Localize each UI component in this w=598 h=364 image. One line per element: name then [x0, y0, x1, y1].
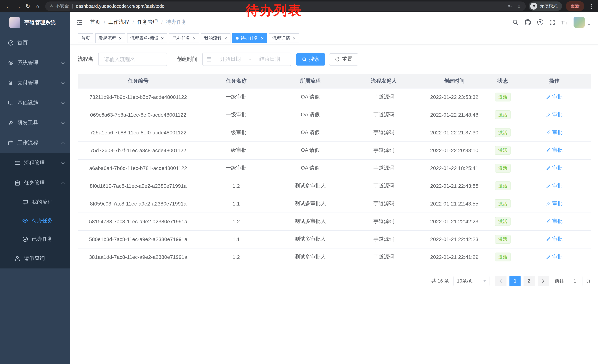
approve-button[interactable]: 审批 — [546, 165, 563, 171]
security-warning-icon: ⚠ — [50, 4, 53, 8]
close-icon[interactable]: × — [293, 36, 295, 40]
fullscreen-icon[interactable] — [549, 19, 555, 25]
sidebar-item-leave-query[interactable]: 请假查询 — [0, 249, 70, 268]
cell-task-name: 1.2 — [199, 248, 274, 266]
search-button[interactable]: 搜索 — [296, 53, 325, 65]
approve-button[interactable]: 审批 — [546, 254, 563, 260]
sidebar-item-devtools[interactable]: 研发工具 — [0, 113, 70, 133]
tab-label: 流程详情 — [272, 35, 290, 41]
column-header-starter: 流程发起人 — [347, 74, 421, 88]
browser-menu-icon[interactable] — [588, 2, 594, 10]
cell-create-time: 2022-01-22 23:53:32 — [421, 88, 488, 106]
tab-label: 首页 — [81, 35, 90, 41]
cell-task-name: 1.1 — [199, 230, 274, 248]
sidebar-item-infrastructure[interactable]: 基础设施 — [0, 93, 70, 113]
hamburger-icon[interactable] — [76, 19, 83, 26]
prev-page-button[interactable] — [495, 276, 507, 286]
page-button-2[interactable]: 2 — [523, 276, 535, 286]
reset-button[interactable]: 重置 — [329, 53, 358, 65]
close-icon[interactable]: × — [224, 36, 227, 40]
browser-forward-icon[interactable]: → — [13, 1, 23, 11]
close-icon[interactable]: × — [119, 36, 122, 40]
cell-task-id: 75d72608-7b7f-11ec-a3c8-acde48001122 — [78, 141, 199, 159]
tab-done-tasks[interactable]: 已办任务 × — [169, 33, 199, 43]
approve-button[interactable]: 审批 — [546, 236, 563, 243]
omnibox-divider — [72, 4, 73, 8]
approve-button[interactable]: 审批 — [546, 94, 563, 100]
tab-label: 流程表单-编辑 — [130, 35, 158, 41]
end-date-input[interactable]: 结束日期 — [252, 56, 287, 63]
breadcrumb-home[interactable]: 首页 — [90, 19, 100, 25]
cell-task-id: 381aa1dd-7ac8-11ec-a9e2-a2380e71991a — [78, 248, 199, 266]
cell-process: OA 请假 — [274, 106, 347, 124]
tab-home[interactable]: 首页 — [78, 33, 93, 43]
browser-home-icon[interactable]: ⌂ — [33, 1, 42, 11]
github-icon[interactable] — [524, 19, 531, 25]
close-icon[interactable]: × — [261, 36, 264, 40]
sidebar-item-done-tasks[interactable]: 已办任务 — [0, 230, 70, 249]
sidebar-item-todo-tasks[interactable]: 待办任务 — [0, 211, 70, 230]
approve-button[interactable]: 审批 — [546, 218, 563, 225]
user-avatar[interactable] — [573, 17, 590, 28]
bookmark-star-icon[interactable]: ☆ — [517, 1, 521, 11]
eye-icon — [22, 218, 28, 224]
logo-avatar — [9, 17, 20, 28]
sidebar-item-my-process[interactable]: 我的流程 — [0, 193, 70, 211]
browser-reload-icon[interactable]: ↻ — [23, 1, 33, 11]
breadcrumb-task-management[interactable]: 任务管理 — [137, 19, 158, 25]
breadcrumb-current: 待办任务 — [166, 19, 187, 25]
approve-button[interactable]: 审批 — [546, 129, 563, 136]
sidebar-item-system[interactable]: 系统管理 — [0, 53, 70, 73]
approve-button[interactable]: 审批 — [546, 200, 563, 207]
tab-process-detail[interactable]: 流程详情 × — [269, 33, 299, 43]
sidebar-item-home[interactable]: 首页 — [0, 33, 70, 53]
tab-process-form-edit[interactable]: 流程表单-编辑 × — [127, 33, 167, 43]
cell-process: 测试多审批人 — [274, 177, 347, 195]
tab-initiate-process[interactable]: 发起流程 × — [95, 33, 125, 43]
browser-update-button[interactable]: 更新 — [566, 1, 584, 11]
cell-task-name: 1.2 — [199, 212, 274, 230]
search-icon[interactable] — [512, 19, 518, 25]
font-size-icon[interactable]: TT — [561, 19, 567, 25]
sidebar-item-payment[interactable]: ¥ 支付管理 — [0, 73, 70, 93]
tab-todo-tasks[interactable]: 待办任务 × — [233, 33, 267, 43]
active-tab-dot — [236, 37, 239, 40]
cell-process: OA 请假 — [274, 159, 347, 177]
password-key-icon[interactable] — [507, 3, 513, 9]
status-badge: 激活 — [495, 128, 511, 137]
sidebar-item-task-management[interactable]: 任务管理 — [0, 173, 70, 193]
chevron-down-icon — [61, 61, 65, 64]
breadcrumb-workflow[interactable]: 工作流程 — [108, 19, 129, 25]
goto-page-input[interactable] — [568, 276, 582, 286]
date-range-picker[interactable]: 开始日期 - 结束日期 — [202, 53, 291, 66]
process-name-input[interactable] — [98, 53, 167, 66]
clipboard-icon — [15, 180, 20, 186]
pagination-total: 共 16 条 — [432, 277, 449, 284]
approve-button[interactable]: 审批 — [546, 112, 563, 118]
cell-create-time: 2022-01-21 22:41:29 — [421, 248, 488, 266]
tab-my-process[interactable]: 我的流程 × — [201, 33, 231, 43]
cell-task-name: 一级审批 — [199, 159, 274, 177]
filter-form: 流程名 创建时间 开始日期 - 结束日期 搜索 — [78, 53, 590, 66]
pagination: 共 16 条 10条/页 1 2 前往 页 — [78, 276, 590, 286]
close-icon[interactable]: × — [193, 36, 195, 40]
table-row: a6aba0a4-7b6d-11ec-b781-acde48001122 一级审… — [78, 159, 590, 177]
sidebar-item-process-management[interactable]: 流程管理 — [0, 153, 70, 173]
close-icon[interactable]: × — [161, 36, 164, 40]
column-header-create-time: 创建时间 — [421, 74, 488, 88]
start-date-input[interactable]: 开始日期 — [213, 56, 248, 63]
help-icon[interactable]: ? — [537, 19, 543, 25]
approve-button[interactable]: 审批 — [546, 147, 563, 154]
approve-button[interactable]: 审批 — [546, 183, 563, 189]
chevron-down-icon — [61, 121, 65, 124]
cell-task-id: 8f0d1619-7ac8-11ec-a9e2-a2380e71991a — [78, 177, 199, 195]
next-page-button[interactable] — [538, 276, 549, 286]
browser-back-icon[interactable]: ← — [4, 1, 13, 11]
sidebar-item-label: 系统管理 — [17, 60, 38, 66]
page-size-select[interactable]: 10条/页 — [454, 276, 490, 286]
sidebar-item-workflow[interactable]: 工作流程 — [0, 133, 70, 153]
page-button-1[interactable]: 1 — [509, 276, 521, 286]
column-header-process: 所属流程 — [274, 74, 347, 88]
app-logo[interactable]: 芋道管理系统 — [0, 12, 70, 33]
table-row: 580e1b3d-7ac8-11ec-a9e2-a2380e71991a 1.1… — [78, 230, 590, 248]
